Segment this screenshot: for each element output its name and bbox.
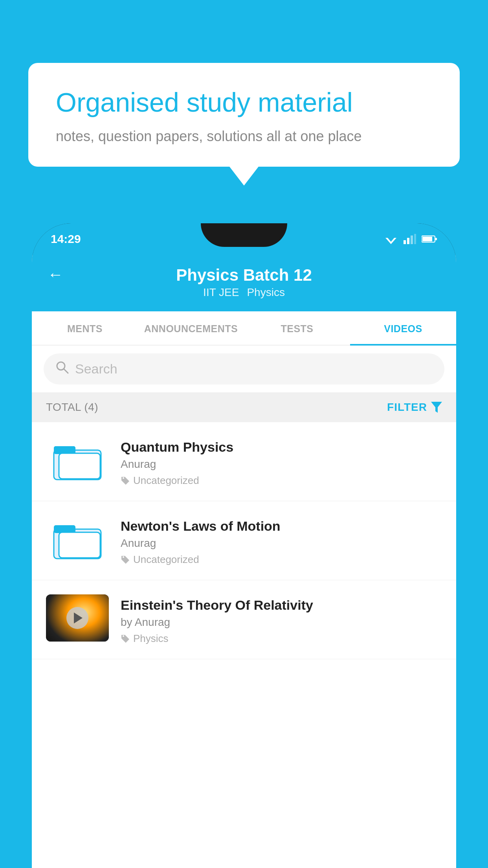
- tab-videos[interactable]: VIDEOS: [350, 311, 456, 345]
- item-title: Newton's Laws of Motion: [121, 519, 442, 534]
- item-info: Quantum Physics Anurag Uncategorized: [121, 436, 442, 487]
- video-thumbnail-image: [46, 594, 109, 642]
- speech-bubble-title: Organised study material: [56, 86, 432, 119]
- speech-bubble-subtitle: notes, question papers, solutions all at…: [56, 128, 432, 145]
- filter-bar: TOTAL (4) FILTER: [32, 392, 456, 422]
- speech-bubble: Organised study material notes, question…: [28, 63, 460, 167]
- item-title: Quantum Physics: [121, 440, 442, 455]
- header-tag-iitjee: IIT JEE: [203, 286, 239, 299]
- phone-screen: ← Physics Batch 12 IIT JEE Physics MENTS…: [32, 255, 456, 868]
- filter-button[interactable]: FILTER: [387, 401, 442, 414]
- wifi-icon: [384, 234, 398, 244]
- search-bar[interactable]: Search: [44, 353, 444, 384]
- status-icons: [384, 234, 437, 244]
- item-author: by Anurag: [121, 616, 442, 629]
- item-author: Anurag: [121, 537, 442, 550]
- list-item[interactable]: Newton's Laws of Motion Anurag Uncategor…: [32, 501, 456, 580]
- tag-icon: [121, 476, 130, 485]
- back-button[interactable]: ←: [48, 266, 63, 283]
- tag-icon: [121, 634, 130, 644]
- item-thumbnail: [46, 594, 109, 642]
- folder-icon: [52, 438, 103, 482]
- svg-rect-17: [59, 453, 100, 479]
- search-icon: [55, 360, 69, 377]
- tab-announcements[interactable]: ANNOUNCEMENTS: [138, 311, 244, 345]
- svg-marker-12: [431, 402, 442, 413]
- item-info: Einstein's Theory Of Relativity by Anura…: [121, 594, 442, 645]
- svg-line-11: [64, 369, 68, 373]
- tabs-bar: MENTS ANNOUNCEMENTS TESTS VIDEOS: [32, 311, 456, 346]
- search-container: Search: [32, 346, 456, 392]
- status-bar: 14:29: [32, 223, 456, 255]
- item-info: Newton's Laws of Motion Anurag Uncategor…: [121, 515, 442, 566]
- svg-rect-5: [411, 235, 413, 244]
- video-list: Quantum Physics Anurag Uncategorized: [32, 422, 456, 659]
- signal-icon: [404, 234, 416, 244]
- tab-ments[interactable]: MENTS: [32, 311, 138, 345]
- tag-icon: [121, 555, 130, 565]
- folder-icon: [52, 517, 103, 561]
- phone-body: 14:29: [32, 223, 456, 868]
- item-tag: Uncategorized: [121, 474, 442, 487]
- notch: [201, 223, 287, 247]
- search-placeholder: Search: [75, 361, 117, 377]
- item-tag: Uncategorized: [121, 554, 442, 566]
- item-tag: Physics: [121, 633, 442, 645]
- header-subtitle: IIT JEE Physics: [203, 286, 285, 299]
- svg-rect-3: [404, 240, 406, 244]
- list-item[interactable]: Quantum Physics Anurag Uncategorized: [32, 422, 456, 501]
- item-author: Anurag: [121, 458, 442, 471]
- svg-rect-4: [407, 238, 409, 244]
- play-button[interactable]: [66, 607, 88, 629]
- app-header: ← Physics Batch 12 IIT JEE Physics: [32, 255, 456, 311]
- filter-icon: [431, 402, 442, 413]
- battery-icon: [422, 235, 437, 243]
- svg-rect-9: [435, 238, 437, 240]
- tab-tests[interactable]: TESTS: [244, 311, 350, 345]
- header-title: Physics Batch 12: [176, 266, 312, 285]
- item-thumbnail: [46, 436, 109, 484]
- header-tag-physics: Physics: [247, 286, 284, 299]
- total-count: TOTAL (4): [46, 401, 98, 414]
- svg-rect-8: [422, 237, 432, 241]
- item-thumbnail: [46, 515, 109, 563]
- item-title: Einstein's Theory Of Relativity: [121, 598, 442, 613]
- list-item[interactable]: Einstein's Theory Of Relativity by Anura…: [32, 580, 456, 659]
- speech-bubble-card: Organised study material notes, question…: [28, 63, 460, 167]
- svg-rect-21: [59, 532, 100, 558]
- svg-rect-6: [414, 234, 416, 244]
- status-time: 14:29: [51, 232, 81, 246]
